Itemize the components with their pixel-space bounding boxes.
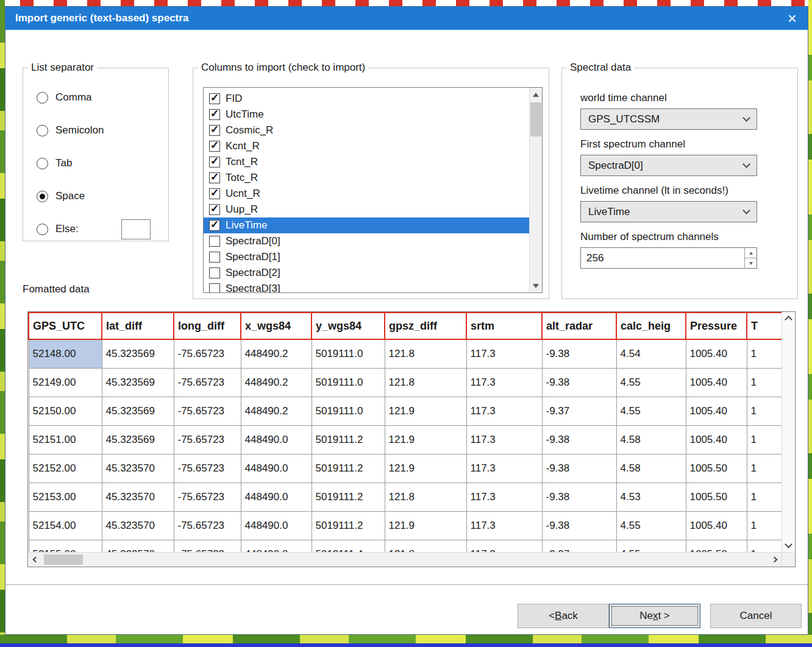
table-cell[interactable]: 5019111.0 — [312, 397, 385, 425]
table-cell[interactable]: 5019111.0 — [312, 339, 385, 368]
first-spectrum-channel-select[interactable]: SpectraD[0] — [580, 155, 757, 176]
table-cell[interactable]: 121.9 — [385, 511, 466, 540]
title-bar[interactable]: Import generic (text-based) spectra × — [5, 7, 808, 30]
table-cell[interactable]: 121.8 — [385, 540, 466, 552]
table-cell[interactable]: 121.8 — [385, 483, 466, 511]
table-cell[interactable]: -75.65723 — [174, 511, 241, 540]
table-cell[interactable]: -9.38 — [542, 368, 616, 397]
table-cell[interactable]: -75.65723 — [174, 425, 241, 454]
table-cell[interactable]: 5019111.2 — [312, 483, 385, 511]
table-header-cell[interactable]: alt_radar — [542, 313, 616, 339]
column-checkbox-item[interactable]: Ucnt_R — [204, 186, 529, 202]
back-button[interactable]: < Back — [518, 604, 609, 628]
table-cell[interactable]: 4.55 — [616, 540, 686, 552]
table-cell[interactable]: 4.54 — [616, 339, 686, 368]
table-header-cell[interactable]: lat_diff — [102, 313, 174, 339]
checkbox-icon[interactable] — [209, 283, 220, 292]
table-cell[interactable]: 1005.50 — [686, 540, 747, 552]
checkbox-icon[interactable] — [209, 93, 220, 104]
scroll-right-button[interactable] — [767, 553, 782, 567]
table-cell[interactable]: 45.323570 — [102, 483, 174, 511]
table-cell[interactable]: 121.9 — [385, 454, 466, 483]
table-cell[interactable]: 45.323570 — [102, 454, 174, 483]
table-cell[interactable]: 4.58 — [616, 425, 686, 454]
table-cell[interactable]: 121.8 — [385, 368, 466, 397]
table-header-cell[interactable]: calc_heig — [616, 313, 686, 339]
table-cell[interactable]: 1 — [747, 454, 782, 483]
table-cell[interactable]: -9.38 — [542, 339, 616, 368]
table-cell[interactable]: 117.3 — [466, 425, 542, 454]
spinner-down-button[interactable] — [745, 258, 757, 268]
radio-button-icon[interactable] — [37, 125, 48, 136]
column-checkbox-item[interactable]: Kcnt_R — [204, 138, 529, 154]
world-time-channel-select[interactable]: GPS_UTCSSM — [580, 108, 757, 130]
table-cell[interactable]: 448490.0 — [241, 540, 312, 552]
table-header-cell[interactable]: srtm — [466, 313, 542, 339]
table-header-cell[interactable]: Pressure — [686, 313, 747, 339]
table-cell[interactable]: 448490.0 — [241, 425, 312, 454]
table-cell[interactable]: 1 — [747, 425, 782, 454]
table-vertical-scrollbar[interactable] — [782, 312, 795, 552]
table-cell[interactable]: 4.58 — [616, 454, 686, 483]
table-cell[interactable]: 45.323569 — [102, 368, 174, 397]
table-cell[interactable]: 52150.00 — [29, 397, 102, 425]
separator-radio-option[interactable]: Comma — [23, 81, 168, 114]
column-checkbox-item[interactable]: SpectraD[3] — [204, 281, 529, 292]
table-cell[interactable]: 448490.0 — [241, 454, 312, 483]
table-cell[interactable]: 117.3 — [466, 397, 542, 425]
table-cell[interactable]: 52155.00 — [29, 540, 102, 552]
separator-radio-option[interactable]: Else: — [23, 213, 168, 246]
table-cell[interactable]: -9.38 — [542, 454, 616, 483]
table-cell[interactable]: 52152.00 — [29, 454, 102, 483]
radio-button-icon[interactable] — [37, 191, 48, 202]
column-checkbox-item[interactable]: Uup_R — [204, 202, 529, 217]
table-cell[interactable]: 117.3 — [466, 368, 542, 397]
table-cell[interactable]: -9.38 — [542, 511, 616, 540]
table-cell[interactable]: -75.65723 — [174, 483, 241, 511]
checkbox-icon[interactable] — [209, 109, 220, 120]
separator-radio-option[interactable]: Semicolon — [23, 114, 168, 147]
close-icon[interactable]: × — [786, 10, 798, 26]
table-cell[interactable]: 52149.00 — [29, 368, 102, 397]
checkbox-icon[interactable] — [209, 125, 220, 136]
column-checkbox-item[interactable]: Cosmic_R — [204, 122, 529, 138]
table-cell[interactable]: -9.38 — [542, 483, 616, 511]
checkbox-icon[interactable] — [209, 220, 220, 231]
table-horizontal-scrollbar[interactable] — [28, 552, 782, 567]
table-header-cell[interactable]: long_diff — [174, 313, 241, 339]
table-cell[interactable]: -9.38 — [542, 425, 616, 454]
checkbox-icon[interactable] — [209, 157, 220, 168]
column-checkbox-item[interactable]: SpectraD[1] — [204, 249, 529, 265]
table-cell[interactable]: -75.65723 — [174, 454, 241, 483]
column-checkbox-item[interactable]: Totc_R — [204, 170, 529, 186]
table-cell[interactable]: -9.37 — [542, 540, 616, 552]
table-cell[interactable]: 1 — [747, 339, 782, 368]
table-cell[interactable]: 45.323570 — [102, 511, 174, 540]
column-checkbox-item[interactable]: Tcnt_R — [204, 154, 529, 170]
table-cell[interactable]: 5019111.2 — [312, 511, 385, 540]
table-cell[interactable]: -75.65723 — [174, 540, 241, 552]
table-cell[interactable]: 1 — [747, 483, 782, 511]
listbox-vertical-scrollbar[interactable] — [529, 88, 542, 292]
radio-button-icon[interactable] — [37, 224, 48, 235]
table-cell[interactable]: 121.9 — [385, 397, 466, 425]
table-cell[interactable]: 1005.40 — [686, 425, 747, 454]
checkbox-icon[interactable] — [209, 172, 220, 183]
table-cell[interactable]: 1 — [747, 397, 782, 425]
column-checkbox-item[interactable]: FID — [204, 91, 529, 107]
horizontal-scrollbar-thumb[interactable] — [44, 554, 83, 565]
table-cell[interactable]: -9.37 — [542, 397, 616, 425]
next-button[interactable]: Next > — [609, 604, 700, 628]
column-checkbox-item[interactable]: LiveTime — [204, 217, 529, 233]
table-cell[interactable]: 5019111.2 — [312, 454, 385, 483]
checkbox-icon[interactable] — [209, 267, 220, 278]
table-cell[interactable]: 1005.40 — [686, 368, 747, 397]
table-cell[interactable]: 52153.00 — [29, 483, 102, 511]
separator-radio-option[interactable]: Space — [23, 180, 168, 213]
table-cell[interactable]: 45.323569 — [102, 425, 174, 454]
livetime-channel-select[interactable]: LiveTime — [580, 201, 757, 222]
table-cell[interactable]: 117.3 — [466, 540, 542, 552]
table-header-cell[interactable]: y_wgs84 — [312, 313, 385, 339]
checkbox-icon[interactable] — [209, 188, 220, 199]
chevron-up-icon[interactable] — [785, 316, 792, 324]
